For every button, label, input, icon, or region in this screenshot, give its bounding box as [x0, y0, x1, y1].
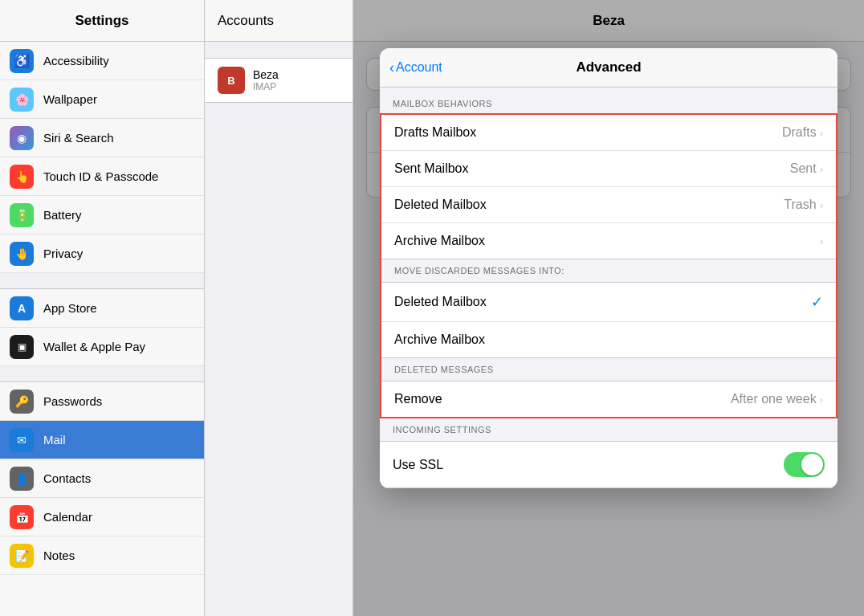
remove-chevron: ›	[820, 394, 823, 406]
modal-overlay: ‹ Account Advanced MAILBOX BEHAVIORS Dra…	[353, 0, 864, 616]
deleted-mailbox-row[interactable]: Deleted Mailbox Trash ›	[381, 187, 836, 223]
accounts-title: Accounts	[218, 13, 274, 29]
sidebar-item-accessibility[interactable]: ♿ Accessibility	[0, 42, 204, 80]
sidebar-title: Settings	[75, 13, 128, 29]
deleted-choice-label: Deleted Mailbox	[394, 295, 487, 309]
back-chevron-icon: ‹	[389, 59, 394, 76]
archive-value: ›	[820, 235, 823, 247]
drafts-mailbox-row[interactable]: Drafts Mailbox Drafts ›	[381, 115, 836, 151]
modal-header: ‹ Account Advanced	[380, 48, 838, 88]
use-ssl-row: Use SSL	[380, 442, 838, 487]
remove-value: After one week ›	[731, 392, 823, 406]
sidebar-item-siri[interactable]: ◉ Siri & Search	[0, 119, 204, 157]
modal-body: MAILBOX BEHAVIORS Drafts Mailbox Drafts …	[380, 88, 838, 488]
account-item-beza[interactable]: B Beza IMAP	[205, 59, 353, 102]
sidebar-divider	[0, 273, 204, 289]
sidebar-item-battery[interactable]: 🔋 Battery	[0, 196, 204, 235]
archive-mailbox-row[interactable]: Archive Mailbox ›	[381, 223, 836, 259]
passwords-icon: 🔑	[10, 390, 34, 414]
sidebar-item-label: Contacts	[43, 471, 91, 485]
drafts-label: Drafts Mailbox	[394, 125, 476, 140]
accounts-header: Accounts	[205, 0, 353, 42]
archive-choice-label: Archive Mailbox	[394, 332, 485, 347]
incoming-settings-header-wrapper: INCOMING SETTINGS	[380, 418, 838, 441]
sidebar-item-contacts[interactable]: 👤 Contacts	[0, 459, 204, 498]
modal-back-button[interactable]: ‹ Account	[389, 59, 442, 76]
deleted-messages-section: Remove After one week ›	[381, 381, 836, 417]
move-discarded-section: Deleted Mailbox ✓ Archive Mailbox	[381, 283, 836, 357]
sidebar-item-label: Mail	[43, 433, 66, 447]
incoming-settings-wrapper: INCOMING SETTINGS Use SSL	[380, 418, 838, 488]
sidebar-item-label: Notes	[43, 549, 75, 562]
remove-row[interactable]: Remove After one week ›	[381, 381, 836, 417]
sidebar-item-label: App Store	[43, 301, 97, 315]
accounts-section: B Beza IMAP	[205, 58, 353, 103]
deleted-value-text: Trash	[784, 198, 816, 212]
mailbox-behaviors-header-wrapper: MAILBOX BEHAVIORS	[380, 88, 838, 113]
sidebar-item-label: Passwords	[43, 394, 102, 408]
sidebar-item-label: Siri & Search	[43, 131, 114, 145]
account-name: Beza	[253, 68, 279, 81]
siri-icon: ◉	[10, 126, 34, 150]
sent-chevron: ›	[820, 163, 823, 175]
remove-label: Remove	[394, 392, 442, 406]
sidebar-divider2	[0, 366, 204, 382]
touchid-icon: 👆	[10, 165, 34, 189]
sidebar-item-touchid[interactable]: 👆 Touch ID & Passcode	[0, 157, 204, 196]
modal-title: Advanced	[576, 59, 641, 75]
sidebar-item-label: Wallet & Apple Pay	[43, 340, 145, 353]
mail-icon: ✉	[10, 428, 34, 452]
red-border-section: Drafts Mailbox Drafts › Sent Mailbox Sen…	[380, 113, 838, 418]
contacts-icon: 👤	[10, 467, 34, 491]
remove-value-text: After one week	[731, 392, 817, 406]
sidebar-item-label: Accessibility	[43, 54, 109, 67]
notes-icon: 📝	[10, 544, 34, 568]
accessibility-icon: ♿	[10, 49, 34, 73]
move-discarded-header: MOVE DISCARDED MESSAGES INTO:	[394, 266, 823, 275]
sidebar-item-privacy[interactable]: 🤚 Privacy	[0, 235, 204, 273]
move-discarded-header-wrapper: MOVE DISCARDED MESSAGES INTO:	[381, 259, 836, 283]
account-type: IMAP	[253, 81, 279, 92]
sent-mailbox-row[interactable]: Sent Mailbox Sent ›	[381, 151, 836, 187]
archive-label: Archive Mailbox	[394, 234, 485, 248]
deleted-chevron: ›	[820, 199, 823, 211]
battery-icon: 🔋	[10, 203, 34, 227]
use-ssl-toggle[interactable]	[784, 452, 825, 477]
appstore-icon: A	[10, 296, 34, 320]
sidebar-header: Settings	[0, 0, 204, 42]
incoming-settings-section: Use SSL	[380, 441, 838, 488]
privacy-icon: 🤚	[10, 242, 34, 266]
sidebar-item-label: Touch ID & Passcode	[43, 169, 158, 183]
deleted-messages-header: DELETED MESSAGES	[394, 365, 823, 374]
deleted-value: Trash ›	[784, 198, 823, 212]
sidebar-item-notes[interactable]: 📝 Notes	[0, 536, 204, 575]
sidebar-item-wallpaper[interactable]: 🌸 Wallpaper	[0, 80, 204, 119]
checkmark-icon: ✓	[811, 293, 823, 311]
account-info: Beza IMAP	[253, 68, 279, 92]
right-pane: Beza › ‹ Ac	[353, 0, 864, 616]
archive-chevron: ›	[820, 235, 823, 247]
sidebar: Settings ♿ Accessibility 🌸 Wallpaper ◉ S…	[0, 0, 205, 616]
use-ssl-label: Use SSL	[393, 458, 443, 472]
wallet-icon: ▣	[10, 335, 34, 359]
sidebar-item-appstore[interactable]: A App Store	[0, 289, 204, 328]
deleted-mailbox-choice-row[interactable]: Deleted Mailbox ✓	[381, 283, 836, 322]
calendar-icon: 📅	[10, 505, 34, 529]
sidebar-item-passwords[interactable]: 🔑 Passwords	[0, 382, 204, 421]
sidebar-item-wallet[interactable]: ▣ Wallet & Apple Pay	[0, 328, 204, 366]
sidebar-item-calendar[interactable]: 📅 Calendar	[0, 498, 204, 536]
deleted-label: Deleted Mailbox	[394, 198, 487, 212]
drafts-value: Drafts ›	[782, 125, 823, 140]
archive-mailbox-choice-row[interactable]: Archive Mailbox	[381, 322, 836, 357]
sent-label: Sent Mailbox	[394, 161, 469, 176]
sidebar-item-mail[interactable]: ✉ Mail	[0, 421, 204, 459]
sidebar-item-label: Privacy	[43, 247, 83, 260]
drafts-chevron: ›	[820, 127, 823, 139]
deleted-messages-header-wrapper: DELETED MESSAGES	[381, 357, 836, 381]
sent-value: Sent ›	[790, 161, 823, 176]
sent-value-text: Sent	[790, 161, 817, 176]
sidebar-item-label: Battery	[43, 208, 82, 222]
back-label: Account	[396, 60, 442, 75]
wallpaper-icon: 🌸	[10, 88, 34, 112]
sidebar-item-label: Wallpaper	[43, 92, 97, 106]
